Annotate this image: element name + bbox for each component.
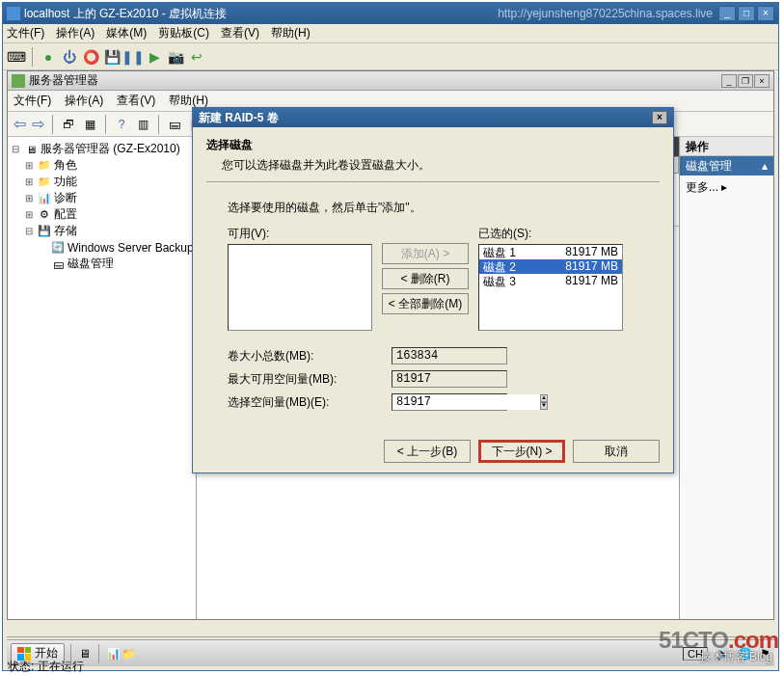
max-size-label: 最大可用空间量(MB): [228,371,392,388]
save-vm-icon[interactable]: 💾 [104,49,120,65]
sm-menu-action[interactable]: 操作(A) [65,93,103,109]
tree-diskmgmt[interactable]: 🖴磁盘管理 [10,256,194,272]
selected-listbox[interactable]: 磁盘 181917 MB 磁盘 281917 MB 磁盘 381917 MB [478,244,623,331]
dialog-instruction: 选择要使用的磁盘，然后单击"添加"。 [228,200,660,216]
pause-vm-icon[interactable]: ❚❚ [125,49,141,65]
select-size-input[interactable] [392,394,540,410]
select-size-label: 选择空间量(MB)(E): [228,394,392,411]
sm-menu-view[interactable]: 查看(V) [117,93,155,109]
next-button[interactable]: 下一步(N) > [478,440,565,463]
vm-close-button[interactable]: × [757,6,774,21]
vm-menu-view[interactable]: 查看(V) [221,25,259,41]
taskbar-folder-icon[interactable]: 📁 [121,646,136,662]
taskbar-servermgr-icon[interactable]: 📊 [105,646,121,662]
cancel-button[interactable]: 取消 [573,440,660,463]
ctrl-alt-del-icon[interactable]: ⌨ [9,49,24,65]
tree-pane: ⊟🖥服务器管理器 (GZ-Ex2010) ⊞📁角色 ⊞📁功能 ⊞📊诊断 ⊞⚙配置… [8,137,197,619]
list-item[interactable]: 磁盘 281917 MB [479,259,622,274]
tree-features[interactable]: ⊞📁功能 [10,174,194,190]
vm-menu-clipboard[interactable]: 剪贴板(C) [158,25,209,41]
nav-back-icon[interactable]: ⇦ [14,115,26,133]
sm-min-button[interactable]: _ [721,74,737,88]
list-item[interactable]: 磁盘 381917 MB [479,274,622,288]
reset-vm-icon[interactable]: ▶ [147,49,162,65]
sm-title: 服务器管理器 [29,72,721,89]
sm-titlebar: 服务器管理器 _ ❐ × [8,71,773,91]
vm-status: 状态: 正在运行 [8,659,84,675]
refresh-icon[interactable]: 🗗 [61,117,76,132]
tree-root[interactable]: ⊟🖥服务器管理器 (GZ-Ex2010) [10,141,194,157]
vm-menubar: 文件(F) 操作(A) 媒体(M) 剪贴板(C) 查看(V) 帮助(H) [3,24,778,43]
turnoff-vm-icon[interactable]: ⏻ [62,49,77,65]
sm-icon [12,74,25,88]
dialog-title: 新建 RAID-5 卷 [199,110,652,126]
help-icon[interactable]: ? [114,117,129,132]
revert-vm-icon[interactable]: ↩ [189,49,204,65]
dialog-titlebar: 新建 RAID-5 卷 × [193,108,673,127]
vm-menu-media[interactable]: 媒体(M) [106,25,147,41]
add-button[interactable]: 添加(A) > [382,243,469,264]
snapshot-vm-icon[interactable]: 📷 [168,49,183,65]
tree-storage[interactable]: ⊟💾存储 [10,223,194,239]
tree-diagnostics[interactable]: ⊞📊诊断 [10,190,194,206]
chevron-up-icon: ▴ [762,159,768,173]
spin-down-icon[interactable]: ▼ [540,402,548,410]
total-size-value: 163834 [392,347,507,364]
dialog-sub: 您可以选择磁盘并为此卷设置磁盘大小。 [222,157,660,174]
vm-menu-file[interactable]: 文件(F) [7,25,44,41]
sm-max-button[interactable]: ❐ [738,74,753,88]
back-button[interactable]: < 上一步(B) [384,440,471,463]
remove-all-button[interactable]: < 全部删除(M) [382,293,469,314]
view-icon[interactable]: ▥ [135,117,150,132]
chevron-right-icon: ▸ [721,180,727,194]
actions-section[interactable]: 磁盘管理▴ [680,156,773,176]
vm-title: localhost 上的 GZ-Ex2010 - 虚拟机连接 [24,6,498,22]
vm-icon [7,7,20,20]
vm-menu-help[interactable]: 帮助(H) [271,25,311,41]
actions-pane: 操作 磁盘管理▴ 更多... ▸ [679,137,773,619]
nav-fwd-icon[interactable]: ⇨ [32,115,44,133]
properties-icon[interactable]: ▦ [82,117,97,132]
max-size-value: 81917 [392,370,507,388]
list-item[interactable]: 磁盘 181917 MB [479,245,622,259]
dialog-close-button[interactable]: × [652,111,667,124]
start-vm-icon[interactable]: ● [41,49,56,65]
vm-menu-action[interactable]: 操作(A) [56,25,95,41]
available-label: 可用(V): [228,226,372,242]
select-size-spinner[interactable]: ▲▼ [392,393,507,411]
total-size-label: 卷大小总数(MB): [228,348,392,364]
raid5-wizard-dialog: 新建 RAID-5 卷 × 选择磁盘 您可以选择磁盘并为此卷设置磁盘大小。 选择… [192,107,674,473]
dialog-heading: 选择磁盘 [206,137,660,153]
sm-menu-file[interactable]: 文件(F) [14,93,51,109]
tree-roles[interactable]: ⊞📁角色 [10,157,194,174]
remove-button[interactable]: < 删除(R) [382,268,469,289]
watermark-sub: 技术博客 Blog [700,649,772,665]
shutdown-vm-icon[interactable]: ⭕ [83,49,98,65]
vm-titlebar: localhost 上的 GZ-Ex2010 - 虚拟机连接 http://ye… [3,3,778,24]
available-listbox[interactable] [228,244,372,331]
vm-min-button[interactable]: _ [718,6,736,21]
actions-header: 操作 [680,137,773,156]
selected-label: 已选的(S): [478,226,623,242]
disk-settings-icon[interactable]: 🖴 [167,117,182,132]
actions-more[interactable]: 更多... ▸ [680,176,773,200]
vm-max-button[interactable]: □ [738,6,755,21]
spin-up-icon[interactable]: ▲ [540,394,548,402]
tree-config[interactable]: ⊞⚙配置 [10,206,194,223]
tree-backup[interactable]: 🔄Windows Server Backup [10,239,194,256]
vm-url: http://yejunsheng870225china.spaces.live [498,7,713,20]
sm-close-button[interactable]: × [754,74,770,88]
vm-toolbar: ⌨ ● ⏻ ⭕ 💾 ❚❚ ▶ 📷 ↩ [3,43,778,70]
